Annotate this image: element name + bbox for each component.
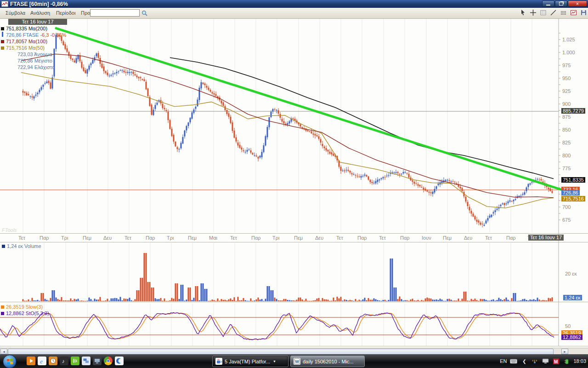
- language-indicator[interactable]: EN: [500, 358, 507, 364]
- pointer-icon[interactable]: [520, 9, 526, 16]
- system-tray: EN ❮M 18:03: [500, 354, 586, 368]
- display-icon[interactable]: [542, 358, 549, 364]
- search-icon[interactable]: [141, 10, 147, 16]
- collapse-arrow-icon[interactable]: ❮: [520, 358, 528, 364]
- word-icon: W: [294, 358, 300, 365]
- chart-icon[interactable]: [570, 9, 577, 16]
- window-title: FTASE [60min] -0,86%: [10, 1, 68, 7]
- save-icon[interactable]: [580, 9, 587, 16]
- music-app-icon[interactable]: ♪: [60, 356, 68, 365]
- start-button[interactable]: [3, 355, 17, 368]
- taskbar: e♪ 5 Java(TM) Platfor...▼Wdaily 15062010…: [0, 354, 588, 368]
- crosshair-icon[interactable]: [530, 9, 537, 16]
- dots-icon[interactable]: [560, 9, 567, 16]
- svg-text:M: M: [554, 359, 558, 364]
- mcafee-icon[interactable]: M: [552, 358, 560, 364]
- display-app-icon[interactable]: [93, 356, 102, 365]
- clock-app-icon[interactable]: [49, 356, 57, 365]
- wireless-icon[interactable]: [531, 358, 538, 364]
- svg-text:e: e: [40, 358, 43, 365]
- price-chart-canvas[interactable]: [0, 0, 588, 348]
- menu-item-2[interactable]: Περίοδοι: [54, 10, 77, 16]
- internet-explorer-icon[interactable]: e: [38, 356, 46, 365]
- keyboard-icon[interactable]: [510, 358, 517, 364]
- grid-icon[interactable]: [540, 9, 547, 16]
- search-input[interactable]: [90, 9, 140, 17]
- network-app-icon[interactable]: [82, 356, 90, 365]
- chrome-icon[interactable]: [104, 356, 113, 365]
- app-icon: [1, 1, 8, 7]
- scroll-left-button[interactable]: ◄: [0, 349, 7, 354]
- svg-text:W: W: [295, 359, 299, 364]
- svg-text:♪: ♪: [62, 358, 65, 364]
- trendline-icon[interactable]: [550, 9, 557, 16]
- crescent-app-icon[interactable]: [115, 356, 124, 365]
- media-player-icon[interactable]: [27, 356, 35, 365]
- windows-logo-icon: [6, 358, 13, 365]
- menu-bar: ΣύμβολαΑνάλυσηΠερίοδοιΠροβολή: [0, 8, 588, 19]
- horizontal-scrollbar[interactable]: ◄ ►: [0, 348, 588, 355]
- menu-item-1[interactable]: Ανάλυση: [28, 10, 52, 16]
- title-bar[interactable]: FTASE [60min] -0,86% ×: [0, 0, 588, 8]
- java-icon: [215, 358, 222, 365]
- menu-item-0[interactable]: Σύμβολα: [4, 10, 27, 16]
- scroll-right-button[interactable]: ►: [561, 349, 568, 354]
- taskbar-app-word[interactable]: Wdaily 15062010 - Mic...: [290, 356, 365, 367]
- minimize-button[interactable]: [542, 0, 554, 7]
- stream-app-icon[interactable]: [71, 356, 79, 365]
- chevron-down-icon: ▼: [273, 360, 276, 363]
- restore-button[interactable]: [555, 0, 567, 7]
- window-controls: ×: [542, 0, 587, 7]
- application-window: Τετ 16 Ιουν 17751,8335 Μα(200)726,86 FTA…: [0, 0, 588, 368]
- close-button[interactable]: ×: [568, 0, 587, 7]
- power-icon[interactable]: [563, 358, 570, 364]
- taskbar-clock[interactable]: 18:03: [573, 358, 586, 364]
- taskbar-app-java[interactable]: 5 Java(TM) Platfor...▼: [212, 356, 288, 367]
